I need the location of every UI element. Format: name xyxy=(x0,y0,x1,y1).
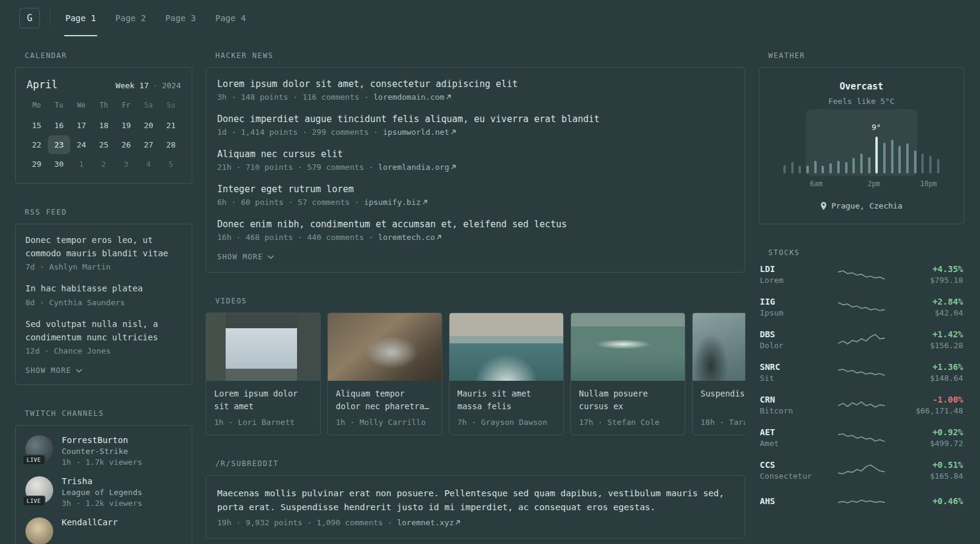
video-card[interactable]: Aliquam tempor dolor nec pharetra… 1h · … xyxy=(327,312,442,435)
video-card[interactable]: Suspendisse diam 18h · Tara xyxy=(692,312,745,435)
channel-avatar: LIVE xyxy=(25,476,53,504)
calendar-day: 20 xyxy=(137,116,160,135)
stock-row[interactable]: AHS +0.46% xyxy=(760,493,963,511)
hn-story-title[interactable]: Donec imperdiet augue tincidunt felis al… xyxy=(217,114,734,125)
reddit-post-title[interactable]: Maecenas mollis pulvinar erat non posuer… xyxy=(217,487,734,514)
stock-row[interactable]: CCS Consectetur +0.51% $165.84 xyxy=(760,460,963,481)
video-thumbnail[interactable] xyxy=(693,313,745,381)
stock-symbol[interactable]: CRN xyxy=(760,395,830,404)
channel-avatar: LIVE xyxy=(25,435,53,463)
hn-story-domain-link[interactable]: loremlandia.org xyxy=(378,163,456,172)
hn-story-title[interactable]: Lorem ipsum dolor sit amet, consectetur … xyxy=(217,79,734,89)
video-card[interactable]: Lorem ipsum dolor sit amet consectetu… 1… xyxy=(206,312,321,435)
stock-name: Consectetur xyxy=(760,471,830,481)
stock-symbol[interactable]: DBS xyxy=(760,329,830,339)
hn-story-domain-link[interactable]: ipsumify.biz xyxy=(364,198,428,207)
twitch-channel[interactable]: LIVE ForrestBurton Counter-Strike 1h · 1… xyxy=(25,435,182,467)
hn-story-meta: 21h · 710 points · 579 comments · loreml… xyxy=(217,163,734,172)
rss-item: Sed volutpat nulla nisl, a condimentum n… xyxy=(25,318,182,355)
weather-location: Prague, Czechia xyxy=(769,201,954,210)
channel-name[interactable]: Trisha xyxy=(62,476,142,486)
stock-name: Sit xyxy=(760,374,830,383)
hn-story-domain-link[interactable]: loremdomain.com xyxy=(373,92,451,102)
video-card[interactable]: Nullam posuere cursus ex 17h · Stefan Co… xyxy=(570,312,685,435)
stock-price: $156.28 xyxy=(893,341,963,350)
reddit-post: Maecenas mollis pulvinar erat non posuer… xyxy=(217,487,734,527)
tab-page-1[interactable]: Page 1 xyxy=(64,0,97,36)
weather-peak-temp: 9° xyxy=(872,123,881,132)
channel-name[interactable]: KendallCarr xyxy=(62,517,118,527)
nav-divider xyxy=(50,10,51,27)
rss-item-title[interactable]: Donec tempor eros leo, ut commodo mauris… xyxy=(25,234,182,260)
calendar-day: 1 xyxy=(70,155,93,173)
show-more-label: SHOW MORE xyxy=(217,253,263,261)
live-badge: LIVE xyxy=(22,455,45,465)
channel-category[interactable]: League of Legends xyxy=(62,488,142,497)
rss-show-more-button[interactable]: SHOW MORE xyxy=(25,366,82,375)
channel-name[interactable]: ForrestBurton xyxy=(62,435,142,445)
stock-row[interactable]: CRN Bitcorn -1.00% $66,171.48 xyxy=(760,395,963,415)
stock-sparkline xyxy=(838,363,884,381)
video-title[interactable]: Mauris sit amet massa felis xyxy=(457,387,555,413)
hn-story: Aliquam nec cursus elit 21h · 710 points… xyxy=(217,149,734,172)
video-card[interactable]: Mauris sit amet massa felis 7h · Grayson… xyxy=(449,312,564,435)
video-title[interactable]: Nullam posuere cursus ex xyxy=(579,387,677,413)
stock-sparkline xyxy=(838,461,884,479)
video-title[interactable]: Lorem ipsum dolor sit amet consectetu… xyxy=(214,387,312,413)
stock-row[interactable]: SNRC Sit +1.36% $148.64 xyxy=(760,362,963,383)
weather-hour-bar xyxy=(898,146,901,173)
video-title[interactable]: Suspendisse diam xyxy=(701,387,745,413)
stock-values: +0.92% $499.72 xyxy=(893,427,963,448)
stock-symbol[interactable]: AET xyxy=(760,427,830,437)
hn-story-domain-link[interactable]: ipsumworld.net xyxy=(383,128,456,137)
show-more-label: SHOW MORE xyxy=(25,366,71,375)
rss-item-title[interactable]: Sed volutpat nulla nisl, a condimentum n… xyxy=(25,318,182,344)
channel-category[interactable]: Counter-Strike xyxy=(62,447,142,456)
tab-page-2[interactable]: Page 2 xyxy=(114,0,148,36)
stock-row[interactable]: AET Amet +0.92% $499.72 xyxy=(760,427,963,448)
hn-story-meta: 3h · 148 points · 116 comments · loremdo… xyxy=(217,92,734,102)
hn-story: Donec enim nibh, condimentum et accumsan… xyxy=(217,219,734,242)
hn-story-title[interactable]: Integer eget rutrum lorem xyxy=(217,184,734,195)
stock-symbol[interactable]: IIG xyxy=(760,297,830,306)
calendar-day: 26 xyxy=(115,135,137,154)
calendar-day: 28 xyxy=(160,135,182,154)
hn-story-title[interactable]: Aliquam nec cursus elit xyxy=(217,149,734,160)
video-thumbnail[interactable] xyxy=(449,313,563,381)
calendar-day-header: We xyxy=(70,96,93,115)
calendar-day-header: Sa xyxy=(137,96,160,115)
twitch-channel[interactable]: KendallCarr xyxy=(25,517,182,544)
stock-values: +1.36% $148.64 xyxy=(893,362,963,383)
weather-hour-bar xyxy=(783,165,786,173)
stock-row[interactable]: LDI Lorem +4.35% $795.18 xyxy=(760,264,963,285)
stock-sparkline xyxy=(838,493,884,511)
video-thumbnail[interactable] xyxy=(571,313,685,381)
hn-story-title[interactable]: Donec enim nibh, condimentum et accumsan… xyxy=(217,219,734,230)
video-thumbnail[interactable] xyxy=(206,313,320,381)
video-title[interactable]: Aliquam tempor dolor nec pharetra… xyxy=(336,387,434,413)
weather-hour-bar xyxy=(814,161,817,173)
tab-page-3[interactable]: Page 3 xyxy=(164,0,197,36)
stock-row[interactable]: IIG Ipsum +2.84% $42.04 xyxy=(760,297,963,317)
tab-page-4[interactable]: Page 4 xyxy=(214,0,247,36)
stock-symbol[interactable]: AHS xyxy=(760,496,830,506)
stock-symbol[interactable]: SNRC xyxy=(760,362,830,372)
stock-row[interactable]: DBS Dolor +1.42% $156.28 xyxy=(760,329,963,350)
rss-item-title[interactable]: In hac habitasse platea xyxy=(25,282,182,296)
weather-hour-bar xyxy=(806,166,809,173)
stock-symbol[interactable]: LDI xyxy=(760,264,830,274)
weather-condition: Overcast xyxy=(769,81,954,92)
video-body: Nullam posuere cursus ex 17h · Stefan Co… xyxy=(571,381,685,435)
stock-sparkline xyxy=(838,396,884,414)
calendar-day: 4 xyxy=(137,155,160,173)
rss-item-meta: 7d · Ashlyn Martin xyxy=(25,262,182,271)
hn-show-more-button[interactable]: SHOW MORE xyxy=(217,253,274,261)
stock-symbol[interactable]: CCS xyxy=(760,460,830,470)
video-thumbnail[interactable] xyxy=(328,313,442,381)
stock-change: +2.84% xyxy=(893,297,963,306)
twitch-channel[interactable]: LIVE Trisha League of Legends 3h · 1.2k … xyxy=(25,476,182,508)
app-logo[interactable]: G xyxy=(19,8,40,28)
reddit-post-domain-link[interactable]: loremnet.xyz xyxy=(397,518,460,527)
hn-story-domain-link[interactable]: loremtech.co xyxy=(378,233,442,242)
rss-item: Donec tempor eros leo, ut commodo mauris… xyxy=(25,234,182,271)
